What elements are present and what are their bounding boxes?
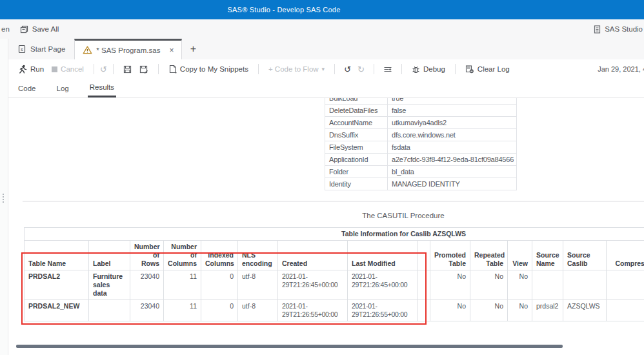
workspace-indicator[interactable]: SAS Studio	[594, 25, 643, 34]
menu-bar: en Save All SAS Studio	[0, 19, 644, 39]
save-as-button[interactable]	[139, 65, 148, 74]
sas-studio-window: SAS® Studio - Develop SAS Code en Save A…	[0, 0, 644, 355]
new-tab-button[interactable]: +	[182, 39, 204, 59]
close-icon[interactable]: ×	[169, 46, 174, 55]
cell: 23040	[130, 270, 164, 300]
row-header-cell: PRDSAL2	[25, 270, 89, 300]
copy-to-snippets-label: Copy to My Snippets	[180, 65, 248, 73]
run-icon	[18, 65, 27, 74]
tab-start-page-label: Start Page	[30, 45, 65, 53]
left-panel-rail	[0, 39, 8, 355]
copy-to-snippets-button[interactable]: Copy to My Snippets	[168, 65, 248, 74]
toolbar-separator	[158, 64, 159, 74]
column-header: Indexed Columns	[201, 241, 238, 270]
table-caption: Table Information for Caslib AZSQLWS	[25, 228, 644, 241]
bug-icon	[412, 65, 420, 74]
save-icon	[123, 65, 132, 74]
cell: 2021-01- 29T21:26:45+00:00	[348, 270, 418, 300]
cell: 0	[201, 270, 238, 300]
table-row: BulkLoad true	[325, 98, 517, 105]
save-all-label: Save All	[32, 25, 59, 33]
last-run-timestamp: Jan 29, 2021, 4	[598, 65, 644, 73]
toolbar-separator	[401, 64, 402, 74]
cell: No	[508, 300, 532, 321]
cell	[89, 300, 130, 321]
cell: No	[508, 270, 532, 300]
save-all-button[interactable]: Save All	[20, 25, 59, 34]
open-menu-fragment[interactable]: en	[1, 25, 10, 33]
cell: No	[430, 300, 470, 321]
caslib-properties-table: BulkLoad true DeleteDataFiles false Acco…	[325, 98, 517, 190]
property-value: true	[388, 98, 517, 105]
toolbar-separator	[113, 64, 114, 74]
cell	[532, 270, 563, 300]
debug-button[interactable]: Debug	[412, 65, 445, 74]
cell	[418, 300, 430, 321]
table-row: DnsSuffix dfs.core.windows.net	[325, 129, 517, 141]
property-label: DnsSuffix	[325, 129, 388, 141]
column-header: Source Caslib	[563, 241, 607, 270]
table-header-row: Table Name Label Number of Rows Number o…	[25, 241, 644, 270]
cell: No	[470, 270, 508, 300]
column-header: View	[508, 241, 532, 270]
column-header: Number of Rows	[130, 241, 164, 270]
table-row: FileSystem fsdata	[325, 141, 517, 154]
property-label: Folder	[325, 166, 388, 178]
toolbar-separator	[94, 64, 94, 74]
column-header: Promoted Table	[430, 241, 470, 270]
cell: 2021-01- 29T21:26:55+00:00	[348, 300, 418, 321]
save-button[interactable]	[123, 65, 132, 74]
cell	[418, 270, 430, 300]
table-row: Folder bl_data	[325, 166, 517, 178]
property-value: MANAGED IDENTITY	[388, 178, 517, 190]
redo-icon[interactable]: ↻	[357, 65, 365, 74]
submission-settings-icon[interactable]	[383, 65, 392, 74]
code-to-flow-button[interactable]: + Code to Flow ▾	[268, 65, 325, 73]
panel-splitter-handle[interactable]	[3, 194, 4, 203]
cancel-label: Cancel	[61, 65, 84, 73]
warning-icon	[83, 46, 92, 54]
column-header: Compressed	[607, 241, 644, 270]
tab-code[interactable]: Code	[16, 79, 38, 97]
submission-history-icon[interactable]: ↺	[100, 65, 107, 74]
column-header: Repeated Table	[470, 241, 508, 270]
cell: utf-8	[238, 270, 278, 300]
clear-log-button[interactable]: Clear Log	[465, 65, 510, 74]
property-label: Identity	[325, 178, 388, 190]
section-divider	[23, 201, 644, 202]
cell: 2021-01- 29T21:26:55+00:00	[278, 300, 348, 321]
property-value: fsdata	[388, 141, 517, 154]
property-value: dfs.core.windows.net	[388, 129, 517, 141]
document-icon	[594, 25, 601, 34]
column-header: Last Modified	[348, 241, 418, 270]
cell: 2021-01- 29T21:26:45+00:00	[278, 270, 348, 300]
program-file-icon: s	[18, 45, 26, 54]
property-label: ApplicationId	[325, 154, 388, 166]
clear-log-label: Clear Log	[478, 65, 510, 73]
run-button[interactable]: Run	[18, 65, 44, 74]
tab-start-page[interactable]: s Start Page	[9, 39, 74, 59]
window-title: SAS® Studio - Develop SAS Code	[228, 6, 341, 14]
save-all-icon	[20, 25, 28, 34]
cancel-button[interactable]: Cancel	[52, 65, 84, 73]
view-tabs: Code Log Results	[0, 79, 644, 98]
cell: utf-8	[238, 300, 278, 321]
horizontal-scrollbar-thumb[interactable]	[16, 345, 563, 348]
editor-toolbar: Run Cancel ↺ Copy to My Snippets	[0, 59, 644, 79]
property-value: false	[388, 105, 517, 117]
tab-sas-program[interactable]: * SAS Program.sas ×	[74, 39, 182, 59]
column-header: Table Name	[25, 241, 89, 270]
tab-results[interactable]: Results	[88, 79, 116, 97]
cell: 23040	[130, 300, 164, 321]
cell: AZSQLWS	[563, 300, 607, 321]
workspace-label: SAS Studio	[605, 25, 643, 33]
cell: No	[607, 300, 644, 321]
tab-log[interactable]: Log	[55, 79, 71, 97]
svg-text:s: s	[21, 47, 23, 52]
undo-icon[interactable]: ↺	[344, 65, 351, 74]
property-label: FileSystem	[325, 141, 388, 154]
cell: prdsal2	[532, 300, 563, 321]
run-label: Run	[30, 65, 44, 73]
toolbar-separator	[455, 64, 456, 74]
cell	[563, 270, 607, 300]
